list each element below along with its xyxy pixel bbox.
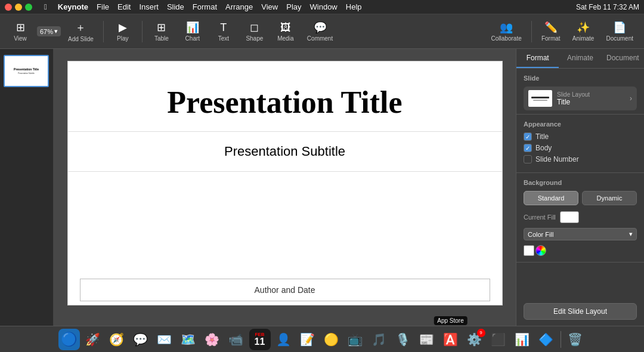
dock-trash[interactable]: 🗑️ xyxy=(565,329,586,350)
layout-name-label: Slide Layout xyxy=(557,91,625,98)
slide-layout-info: Slide Layout Title xyxy=(557,91,625,106)
zoom-chevron-icon: ▾ xyxy=(54,27,58,35)
color-fill-select[interactable]: Color Fill ▾ xyxy=(524,228,637,240)
text-label: Text xyxy=(218,35,229,42)
view-button[interactable]: ⊞ View xyxy=(6,18,35,44)
tab-format[interactable]: Format xyxy=(516,49,559,68)
appearance-title-item: ✓ Title xyxy=(524,132,637,141)
color-swatches xyxy=(524,245,637,256)
dock-maps[interactable]: 🗺️ xyxy=(178,329,199,350)
play-button[interactable]: ▶ Play xyxy=(109,18,137,44)
slide-title-area[interactable]: Presentation Title xyxy=(68,61,502,132)
standard-button[interactable]: Standard xyxy=(524,191,578,205)
help-menu[interactable]: Help xyxy=(346,2,362,11)
tab-animate[interactable]: Animate xyxy=(559,49,601,68)
dock-safari[interactable]: 🧭 xyxy=(106,329,128,350)
author-box[interactable]: Author and Date xyxy=(80,279,490,301)
dock-appstore[interactable]: 🅰️ App Store xyxy=(440,329,462,350)
text-button[interactable]: T Text xyxy=(209,19,238,44)
body-checkbox[interactable]: ✓ xyxy=(524,144,532,152)
slide-title: Presentation Title xyxy=(104,85,466,119)
zoom-control[interactable]: 67% ▾ xyxy=(37,26,61,36)
window-menu[interactable]: Window xyxy=(310,2,338,11)
app-name[interactable]: Keynote xyxy=(58,2,88,11)
view-menu[interactable]: View xyxy=(261,2,278,11)
slide-menu[interactable]: Slide xyxy=(167,2,184,11)
add-slide-icon: ＋ xyxy=(75,20,86,35)
table-label: Table xyxy=(154,35,169,42)
media-button[interactable]: 🖼 Media xyxy=(271,19,300,44)
slide-subtitle-area[interactable]: Presentation Subtitle xyxy=(68,132,502,172)
dock-reminders[interactable]: 📝 xyxy=(297,329,318,350)
dynamic-button[interactable]: Dynamic xyxy=(582,191,637,205)
shape-button[interactable]: ◻ Shape xyxy=(240,18,269,44)
main-layout: Presentation Title Presentation Subtitle… xyxy=(0,49,644,326)
media-icon: 🖼 xyxy=(280,21,291,34)
slide-thumbnail-1[interactable]: Presentation Title Presentation Subtitle xyxy=(4,55,49,87)
animate-label: Animate xyxy=(572,35,595,42)
canvas-area[interactable]: Presentation Title Presentation Subtitle… xyxy=(54,49,516,326)
dock-calendar[interactable]: FEB 11 xyxy=(249,329,271,350)
dock-facetime[interactable]: 📹 xyxy=(225,329,247,350)
white-swatch[interactable] xyxy=(524,245,534,256)
slidenumber-checkbox[interactable] xyxy=(524,155,532,163)
appearance-title: Appearance xyxy=(524,121,637,128)
dock-contacts[interactable]: 👤 xyxy=(273,329,295,350)
slide-layout-row[interactable]: Slide Layout Title › xyxy=(524,87,637,110)
apple-menu[interactable]:  xyxy=(44,2,47,11)
comment-button[interactable]: 💬 Comment xyxy=(302,18,338,44)
tab-document[interactable]: Document xyxy=(602,49,644,68)
toolbar-separator-1 xyxy=(103,21,104,42)
title-checkbox[interactable]: ✓ xyxy=(524,132,532,141)
dock-mail[interactable]: ✉️ xyxy=(154,329,175,350)
dock-notes[interactable]: 🟡 xyxy=(321,329,342,350)
current-fill-swatch[interactable] xyxy=(560,211,579,223)
background-section: Background Standard Dynamic Current Fill… xyxy=(516,173,644,263)
format-tab-button[interactable]: ✏️ Format xyxy=(537,18,565,44)
add-slide-label: Add Slide xyxy=(68,36,94,42)
play-menu[interactable]: Play xyxy=(286,2,301,11)
dock-podcasts[interactable]: 🎙️ xyxy=(392,329,414,350)
format-menu[interactable]: Format xyxy=(193,2,217,11)
collaborate-button[interactable]: 👥 Collaborate xyxy=(487,18,527,44)
table-button[interactable]: ⊞ Table xyxy=(147,18,176,44)
author-text: Author and Date xyxy=(255,285,315,295)
dock-terminal[interactable]: ⬛ xyxy=(488,329,509,350)
dock-messages[interactable]: 💬 xyxy=(130,329,151,350)
animate-icon: ✨ xyxy=(577,21,590,34)
dock-systemprefs[interactable]: ⚙️ 9 xyxy=(464,329,485,350)
dock-photos[interactable]: 🌸 xyxy=(202,329,223,350)
arrange-menu[interactable]: Arrange xyxy=(225,2,253,11)
chart-button[interactable]: 📊 Chart xyxy=(178,18,207,44)
dock-news[interactable]: 📰 xyxy=(416,329,438,350)
close-button[interactable] xyxy=(5,4,12,11)
dock-launchpad[interactable]: 🚀 xyxy=(82,329,104,350)
dock-appletv[interactable]: 📺 xyxy=(345,329,366,350)
current-fill-row: Current Fill xyxy=(524,211,637,223)
dock-finder[interactable]: 🔵 xyxy=(58,329,80,350)
insert-menu[interactable]: Insert xyxy=(139,2,159,11)
layout-chevron-icon: › xyxy=(630,94,632,103)
add-slide-button[interactable]: ＋ Add Slide xyxy=(63,18,98,45)
edit-layout-button[interactable]: Edit Slide Layout xyxy=(524,303,637,320)
dock-separator xyxy=(561,331,561,348)
minimize-button[interactable] xyxy=(15,4,22,11)
slide-canvas[interactable]: Presentation Title Presentation Subtitle… xyxy=(67,61,503,305)
edit-menu[interactable]: Edit xyxy=(117,2,131,11)
view-label: View xyxy=(14,35,27,42)
title-checkbox-label: Title xyxy=(535,132,549,141)
file-menu[interactable]: File xyxy=(97,2,109,11)
background-title: Background xyxy=(524,179,637,186)
collaborate-label: Collaborate xyxy=(491,35,522,42)
document-button[interactable]: 📄 Document xyxy=(601,18,638,44)
animate-button[interactable]: ✨ Animate xyxy=(568,18,599,44)
dock-activitymonitor[interactable]: 📊 xyxy=(512,329,533,350)
table-icon: ⊞ xyxy=(157,21,166,34)
layout-thumb-sub-line xyxy=(533,100,547,101)
color-picker-swatch[interactable] xyxy=(535,245,546,256)
fullscreen-button[interactable] xyxy=(25,4,32,11)
text-icon: T xyxy=(220,21,227,34)
dock-remotedesktop[interactable]: 🔷 xyxy=(535,329,557,350)
dock-music[interactable]: 🎵 xyxy=(369,329,390,350)
layout-thumb-title-line xyxy=(531,97,549,98)
